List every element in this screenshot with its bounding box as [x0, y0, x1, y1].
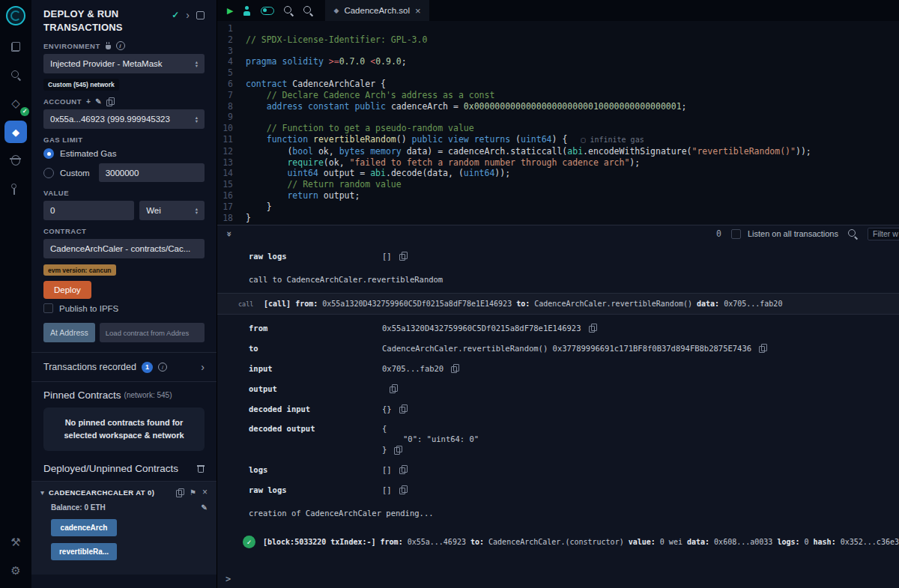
copy-account-icon[interactable]	[106, 97, 114, 106]
copy-icon[interactable]	[451, 364, 458, 372]
listen-checkbox[interactable]	[731, 229, 741, 239]
value-unit-select[interactable]: Wei ▴▾	[139, 201, 205, 220]
code-editor[interactable]: 12// SPDX-License-Identifier: GPL-3.034p…	[217, 21, 899, 225]
search-icon[interactable]	[4, 64, 27, 86]
assistant-icon[interactable]	[243, 6, 251, 16]
terminal-message: creation of CadenceArchCaler pending...	[249, 509, 434, 518]
copy-icon[interactable]	[399, 465, 407, 473]
gas-estimated-option[interactable]: Estimated Gas	[43, 148, 205, 159]
tools-icon[interactable]: ⚒	[4, 531, 27, 554]
code-line: 11 function revertibleRandom() public vi…	[217, 134, 899, 146]
line-number: 12	[217, 146, 246, 157]
copy-icon[interactable]	[394, 446, 402, 454]
run-script-icon[interactable]: ▶	[227, 6, 233, 16]
chevron-down-icon[interactable]: ▾	[40, 488, 44, 497]
copy-icon[interactable]	[589, 324, 596, 332]
settings-icon[interactable]: ⚙	[4, 560, 27, 582]
contract-select[interactable]: CadenceArchCaler - contracts/Cac...	[43, 239, 205, 258]
copy-icon[interactable]	[399, 404, 407, 413]
terminal-row-call[interactable]: call[call] from: 0x55a1320D432759960C5Df…	[217, 293, 899, 315]
copy-icon[interactable]	[399, 252, 407, 260]
contract-label: CONTRACT	[43, 227, 86, 235]
environment-value: Injected Provider - MetaMask	[50, 59, 191, 68]
line-number: 14	[217, 168, 246, 179]
transactions-recorded-row[interactable]: Transactions recorded 1 i ›	[43, 353, 205, 381]
success-icon: ✓	[243, 536, 255, 548]
terminal-key: decoded output	[249, 423, 382, 434]
edit-account-icon[interactable]: ✎	[95, 97, 102, 106]
terminal-row-kv: output	[249, 378, 899, 398]
bug-icon	[11, 155, 20, 166]
terminal-prompt[interactable]: >	[225, 574, 231, 584]
environment-info-icon[interactable]: i	[116, 41, 125, 50]
file-explorer-icon[interactable]	[4, 35, 27, 58]
value-unit: Wei	[146, 206, 191, 215]
trash-icon[interactable]	[197, 464, 205, 473]
panel-forward-icon[interactable]: ›	[186, 10, 190, 20]
publish-ipfs-option[interactable]: Publish to IPFS	[43, 303, 205, 313]
plug-icon[interactable]	[105, 42, 112, 49]
deploy-button[interactable]: Deploy	[43, 281, 91, 299]
code-text: pragma solidity >=0.7.0 <0.9.0;	[246, 56, 407, 67]
collapse-terminal-icon[interactable]: »	[224, 231, 235, 237]
copy-address-icon[interactable]	[176, 488, 184, 497]
environment-select[interactable]: Injected Provider - MetaMask ▴▾	[43, 54, 205, 73]
terminal-value-line: }	[382, 444, 479, 455]
ipfs-checkbox[interactable]	[43, 303, 53, 313]
code-line: 7 // Declare Cadence Arch's address as a…	[217, 90, 899, 101]
pinned-network-suffix: (network: 545)	[124, 391, 172, 399]
line-number: 3	[217, 46, 246, 57]
account-select[interactable]: 0x55a...46923 (999.999945323 ▴▾	[43, 109, 205, 129]
copy-icon[interactable]	[399, 485, 407, 494]
terminal-search-icon[interactable]	[848, 229, 858, 239]
line-number: 6	[217, 79, 246, 90]
zoom-out-icon[interactable]	[284, 6, 294, 16]
value-input[interactable]: 0	[43, 201, 134, 220]
code-text: function revertibleRandom() public view …	[246, 134, 644, 146]
at-address-input[interactable]	[100, 323, 205, 342]
deploy-run-icon[interactable]: ◆	[4, 121, 27, 143]
zoom-in-icon[interactable]	[303, 6, 313, 16]
pin-icon[interactable]: ⚑	[190, 488, 196, 497]
code-line: 9	[217, 112, 899, 123]
cadencearch-function-button[interactable]: cadenceArch	[51, 519, 117, 536]
at-address-button[interactable]: At Address	[43, 323, 95, 342]
copy-icon[interactable]	[390, 384, 397, 392]
chevron-right-icon[interactable]: ›	[201, 361, 205, 373]
gas-custom-input[interactable]: 3000000	[99, 163, 205, 182]
tab-cadencearch-sol[interactable]: ◆ CadenceArch.sol ×	[325, 0, 429, 21]
copy-icon[interactable]	[759, 344, 766, 352]
revertiblerandom-function-button[interactable]: revertibleRa...	[51, 543, 117, 560]
terminal-row-block[interactable]: ✓[block:5033220 txIndex:-] from: 0x55a..…	[243, 536, 899, 548]
gas-custom-option[interactable]: Custom 3000000	[43, 163, 205, 182]
ethereum-icon: ◆	[12, 127, 19, 138]
add-account-icon[interactable]: +	[86, 98, 91, 106]
edit-balance-icon[interactable]: ✎	[202, 503, 208, 512]
transactions-info-icon[interactable]: i	[158, 363, 167, 372]
solidity-compiler-icon[interactable]: ◇✓	[4, 92, 27, 115]
radio-selected-icon[interactable]	[43, 148, 54, 159]
terminal-value: {"0": "uint64: 0"}	[382, 423, 479, 455]
close-icon[interactable]: ×	[202, 488, 208, 497]
terminal-value: []	[382, 252, 392, 261]
line-number: 17	[217, 201, 246, 213]
chevron-updown-icon: ▴▾	[196, 60, 198, 67]
plugin-manager-icon[interactable]	[4, 178, 27, 200]
transactions-recorded-label: Transactions recorded	[43, 362, 136, 372]
code-text: // SPDX-License-Identifier: GPL-3.0	[246, 34, 427, 46]
debugger-icon[interactable]	[4, 149, 27, 172]
deployed-contracts-title: Deployed/Unpinned Contracts	[43, 463, 178, 474]
terminal-row-kv: from0x55a1320D432759960C5Df0215a8dF78e1E…	[249, 318, 899, 338]
code-text: }	[246, 213, 251, 224]
preview-toggle-icon[interactable]	[261, 7, 274, 15]
terminal-key: logs	[249, 465, 382, 474]
code-line: 15 // Return random value	[217, 179, 899, 190]
radio-unselected-icon[interactable]	[43, 168, 54, 178]
account-label: ACCOUNT	[43, 97, 82, 106]
files-icon	[11, 42, 20, 52]
tab-label: CadenceArch.sol	[344, 6, 410, 15]
tab-close-icon[interactable]: ×	[415, 6, 421, 16]
terminal-filter-input[interactable]	[868, 228, 899, 240]
remix-logo[interactable]	[6, 6, 25, 25]
pin-panel-icon[interactable]	[196, 11, 205, 19]
